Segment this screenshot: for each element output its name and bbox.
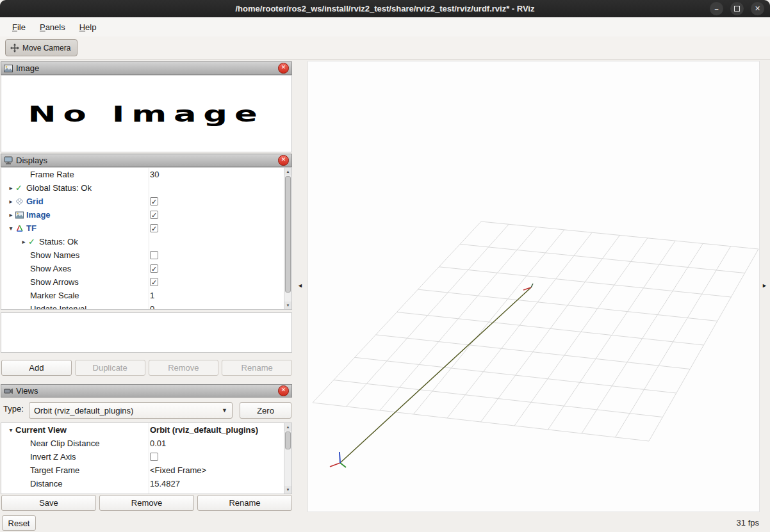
property-value[interactable]: 0.01 [150,437,166,450]
zero-button[interactable]: Zero [240,402,291,419]
property-value[interactable]: Orbit (rviz_default_plugins) [150,423,258,437]
image-panel-content: No Image [1,75,292,152]
tree-row-show-arrows[interactable]: Show Arrows [1,275,291,289]
move-camera-tool-button[interactable]: Move Camera [5,39,78,56]
expander-collapsed-icon[interactable]: ▸ [6,211,15,218]
property-label: Image [26,210,51,220]
tree-row-marker-scale[interactable]: Marker Scale1 [1,289,291,302]
tree-row-left: Target Frame [1,463,79,477]
reset-button[interactable]: Reset [2,515,36,531]
tree-row-left: Show Axes [1,262,71,275]
tree-row-invert-z-axis[interactable]: Invert Z Axis [1,450,291,463]
tree-row-grid[interactable]: ▸Grid [1,195,291,208]
tree-row-status-ok[interactable]: ▸✓Status: Ok [1,235,291,248]
grid-3d [313,222,758,441]
property-label: Near Clip Distance [30,439,99,448]
menu-file[interactable]: File [6,20,31,34]
scroll-down-icon[interactable] [284,302,291,309]
property-value[interactable]: 0.05 [150,490,166,494]
property-value[interactable]: 30 [150,168,159,181]
viewport-3d[interactable] [307,61,760,512]
expander-collapsed-icon[interactable]: ▸ [19,238,28,245]
scroll-down-icon[interactable] [284,486,291,494]
property-label: Current View [15,425,67,435]
expander-expanded-icon[interactable]: ▾ [6,225,15,232]
tree-row-left: Frame Rate [1,168,74,181]
checkbox-checked[interactable] [150,278,158,286]
collapse-left-panel-arrow[interactable]: ◄ [297,282,303,289]
tree-row-left: Marker Scale [1,289,79,302]
tree-row-left: ▸✓Global Status: Ok [1,181,92,195]
close-displays-panel-button[interactable] [278,155,289,166]
views-panel-header[interactable]: Views [1,384,292,398]
maximize-button[interactable] [730,2,744,15]
tree-row-left: ▸Grid [1,195,44,208]
view-type-value: Orbit (rviz_default_plugins) [34,406,133,415]
expander-expanded-icon[interactable]: ▾ [6,426,15,433]
tree-row-update-interval[interactable]: Update Interval0 [1,302,291,310]
views-tree-rows: ▾Current ViewOrbit (rviz_default_plugins… [1,423,291,494]
tree-row-left: Distance [1,477,63,490]
checkbox-unchecked[interactable] [150,251,158,259]
property-value[interactable]: 1 [150,289,154,302]
tree-row-global-status-ok[interactable]: ▸✓Global Status: Ok [1,181,291,195]
property-value [150,262,158,275]
tree-row-focal-shape-size[interactable]: Focal Shape Size0.05 [1,490,291,494]
checkbox-checked[interactable] [150,197,158,206]
check-icon: ✓ [15,183,26,193]
scroll-up-icon[interactable] [284,423,291,431]
move-camera-label: Move Camera [22,44,70,52]
menu-help[interactable]: Help [74,20,102,34]
close-button[interactable]: ✕ [751,2,764,15]
checkbox-checked[interactable] [150,264,158,273]
displays-scrollbar[interactable] [284,168,291,309]
minimize-button[interactable]: – [710,2,723,15]
move-camera-icon [10,44,19,52]
tree-row-show-names[interactable]: Show Names [1,248,291,262]
rename-button[interactable]: Rename [197,495,292,511]
image-panel-header[interactable]: Image [1,61,292,75]
remove-button[interactable]: Remove [149,360,219,376]
remove-button[interactable]: Remove [99,495,194,511]
display-description-box [1,312,292,353]
menu-panels[interactable]: Panels [34,20,71,34]
collapse-right-panel-arrow[interactable]: ► [762,282,767,289]
displays-panel-header[interactable]: Displays [1,154,292,167]
tree-row-target-frame[interactable]: Target Frame<Fixed Frame> [1,463,291,477]
tf-icon [15,224,26,232]
property-value[interactable]: <Fixed Frame> [150,463,206,477]
property-value[interactable]: 15.4827 [150,477,180,490]
tree-row-left: ▾Current View [1,423,67,437]
tree-row-tf[interactable]: ▾TF [1,222,291,235]
tf-frame-axes [523,284,533,290]
checkbox-unchecked[interactable] [150,453,158,461]
view-type-combobox[interactable]: Orbit (rviz_default_plugins) [29,402,233,419]
rename-button[interactable]: Rename [222,360,292,376]
expander-collapsed-icon[interactable]: ▸ [6,184,15,191]
duplicate-button[interactable]: Duplicate [75,360,145,376]
toolbar: Move Camera [0,36,770,60]
scrollbar-thumb[interactable] [285,431,291,449]
scrollbar-thumb[interactable] [285,176,291,293]
views-panel-icon [4,387,13,395]
save-button[interactable]: Save [1,495,96,511]
close-views-panel-button[interactable] [278,385,289,396]
checkbox-checked[interactable] [150,224,158,232]
tree-row-distance[interactable]: Distance15.4827 [1,477,291,490]
views-button-row: SaveRemoveRename [1,495,292,511]
tree-row-frame-rate[interactable]: Frame Rate30 [1,168,291,181]
property-label: TF [26,223,37,233]
tree-row-image[interactable]: ▸Image [1,208,291,222]
property-label: Global Status: Ok [26,183,92,193]
tree-row-show-axes[interactable]: Show Axes [1,262,291,275]
tree-row-current-view[interactable]: ▾Current ViewOrbit (rviz_default_plugins… [1,423,291,437]
property-value[interactable]: 0 [150,302,154,310]
tree-row-near-clip-distance[interactable]: Near Clip Distance0.01 [1,437,291,450]
checkbox-checked[interactable] [150,211,158,219]
scroll-up-icon[interactable] [284,168,291,175]
add-button[interactable]: Add [1,360,72,376]
close-image-panel-button[interactable] [278,63,289,74]
views-scrollbar[interactable] [284,423,291,494]
expander-collapsed-icon[interactable]: ▸ [6,198,15,205]
zero-button-label: Zero [257,406,274,415]
